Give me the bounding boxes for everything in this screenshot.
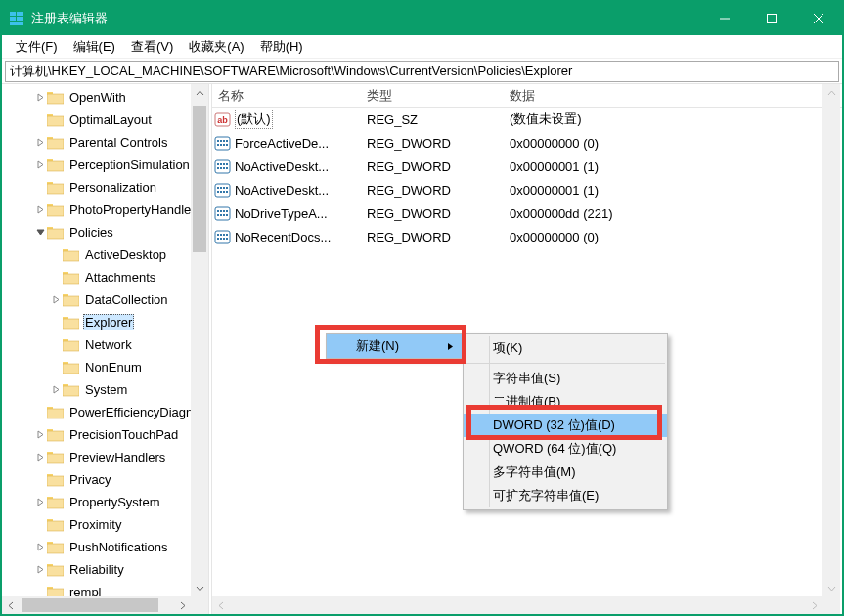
- context-item-string[interactable]: 字符串值(S): [464, 367, 667, 390]
- value-row[interactable]: NoRecentDocs...REG_DWORD0x00000000 (0): [212, 225, 842, 248]
- svg-rect-20: [47, 206, 64, 216]
- tree-node[interactable]: PropertySystem: [2, 491, 208, 513]
- expand-icon[interactable]: [49, 295, 63, 304]
- folder-icon: [47, 428, 64, 442]
- menu-file[interactable]: 文件(F): [8, 36, 66, 58]
- menu-favorites[interactable]: 收藏夹(A): [181, 36, 251, 58]
- expand-icon[interactable]: [49, 385, 63, 394]
- tree-node[interactable]: Parental Controls: [2, 131, 208, 154]
- menu-view[interactable]: 查看(V): [123, 36, 181, 58]
- value-row[interactable]: ForceActiveDe...REG_DWORD0x00000000 (0): [212, 131, 842, 154]
- value-row[interactable]: NoActiveDeskt...REG_DWORD0x00000001 (1): [212, 154, 842, 178]
- minimize-button[interactable]: [701, 2, 748, 35]
- scroll-right-icon[interactable]: [173, 596, 191, 614]
- value-type: REG_DWORD: [361, 183, 504, 198]
- tree-node[interactable]: Network: [2, 333, 208, 356]
- scroll-right-icon[interactable]: [805, 596, 822, 614]
- dword-value-icon: [214, 205, 231, 222]
- context-item-key[interactable]: 项(K): [464, 336, 667, 360]
- list-horizontal-scrollbar[interactable]: [212, 596, 822, 614]
- scroll-thumb[interactable]: [22, 598, 158, 612]
- tree-node-label: Policies: [67, 224, 115, 241]
- expand-icon[interactable]: [33, 453, 47, 462]
- tree-node[interactable]: PreviewHandlers: [2, 446, 208, 468]
- scroll-down-icon[interactable]: [191, 579, 208, 596]
- value-row[interactable]: ab(默认)REG_SZ(数值未设置): [212, 108, 842, 131]
- tree-node[interactable]: PhotoPropertyHandler: [2, 198, 208, 221]
- tree-node[interactable]: PrecisionTouchPad: [2, 423, 208, 446]
- maximize-button[interactable]: [748, 2, 795, 35]
- menu-edit[interactable]: 编辑(E): [66, 36, 123, 58]
- tree-vertical-scrollbar[interactable]: [191, 84, 208, 596]
- expand-icon[interactable]: [33, 543, 47, 551]
- svg-rect-69: [217, 163, 219, 165]
- scroll-up-icon[interactable]: [191, 84, 208, 102]
- scroll-left-icon[interactable]: [212, 596, 230, 614]
- tree-horizontal-scrollbar[interactable]: [2, 596, 191, 614]
- tree-node[interactable]: ActiveDesktop: [2, 243, 208, 266]
- tree-node[interactable]: Privacy: [2, 468, 208, 491]
- scroll-corner: [191, 596, 208, 614]
- scroll-thumb[interactable]: [193, 106, 206, 252]
- list-vertical-scrollbar[interactable]: [822, 84, 840, 596]
- tree-node[interactable]: Proximity: [2, 513, 208, 536]
- tree-node-label: OptimalLayout: [67, 111, 154, 128]
- tree-node[interactable]: PerceptionSimulation: [2, 154, 208, 176]
- value-row[interactable]: NoDriveTypeA...REG_DWORD0x000000dd (221): [212, 201, 842, 225]
- svg-rect-1: [17, 12, 23, 16]
- scroll-left-icon[interactable]: [2, 596, 20, 614]
- context-item-label: QWORD (64 位)值(Q): [493, 440, 616, 458]
- address-bar[interactable]: 计算机\HKEY_LOCAL_MACHINE\SOFTWARE\Microsof…: [5, 61, 839, 82]
- expand-icon[interactable]: [33, 93, 47, 102]
- value-name: NoActiveDeskt...: [235, 159, 329, 174]
- column-header-type[interactable]: 类型: [361, 84, 504, 107]
- context-item-new[interactable]: 新建(N): [327, 334, 462, 358]
- tree-node[interactable]: Explorer: [2, 311, 208, 333]
- expand-icon[interactable]: [33, 138, 47, 147]
- tree-node[interactable]: Personalization: [2, 176, 208, 198]
- expand-icon[interactable]: [33, 430, 47, 439]
- expand-icon[interactable]: [33, 160, 47, 169]
- svg-rect-83: [220, 191, 222, 193]
- tree-node[interactable]: PowerEfficiencyDiagnostic: [2, 401, 208, 423]
- scroll-up-icon[interactable]: [822, 84, 840, 102]
- tree-node[interactable]: PushNotifications: [2, 536, 208, 558]
- tree-node[interactable]: Attachments: [2, 266, 208, 288]
- tree-node[interactable]: DataCollection: [2, 288, 208, 311]
- folder-icon: [47, 226, 64, 240]
- close-button[interactable]: [795, 2, 842, 35]
- tree-node-label: Network: [83, 336, 134, 353]
- svg-rect-81: [226, 187, 228, 189]
- svg-rect-98: [223, 234, 225, 236]
- svg-rect-12: [47, 116, 64, 126]
- tree-node[interactable]: System: [2, 378, 208, 401]
- context-menu-main[interactable]: 新建(N): [326, 333, 463, 359]
- folder-icon: [63, 248, 79, 262]
- context-submenu-new[interactable]: 项(K) 字符串值(S) 二进制值(B) DWORD (32 位)值(D) QW…: [463, 333, 668, 510]
- tree-node[interactable]: OpenWith: [2, 86, 208, 109]
- expand-icon[interactable]: [33, 565, 47, 574]
- key-tree[interactable]: OpenWithOptimalLayoutParental ControlsPe…: [2, 84, 208, 614]
- column-header-name[interactable]: 名称: [212, 84, 361, 107]
- tree-node-label: NonEnum: [83, 359, 144, 375]
- tree-node[interactable]: Reliability: [2, 558, 208, 581]
- svg-rect-18: [47, 184, 64, 194]
- svg-rect-74: [220, 167, 222, 169]
- expand-icon[interactable]: [33, 205, 47, 214]
- context-item-binary[interactable]: 二进制值(B): [464, 390, 667, 414]
- tree-node[interactable]: NonEnum: [2, 356, 208, 378]
- context-item-dword[interactable]: DWORD (32 位)值(D): [464, 414, 667, 437]
- svg-rect-84: [223, 191, 225, 193]
- scroll-down-icon[interactable]: [822, 579, 840, 596]
- tree-node[interactable]: OptimalLayout: [2, 109, 208, 131]
- context-item-qword[interactable]: QWORD (64 位)值(Q): [464, 437, 667, 461]
- collapse-icon[interactable]: [33, 228, 47, 237]
- context-item-expandable-string[interactable]: 可扩充字符串值(E): [464, 484, 667, 507]
- expand-icon[interactable]: [33, 498, 47, 506]
- column-header-data[interactable]: 数据: [504, 84, 842, 107]
- menu-help[interactable]: 帮助(H): [252, 36, 311, 58]
- value-row[interactable]: NoActiveDeskt...REG_DWORD0x00000001 (1): [212, 178, 842, 201]
- tree-node[interactable]: Policies: [2, 221, 208, 243]
- tree-node-label: Personalization: [67, 179, 158, 196]
- context-item-multi-string[interactable]: 多字符串值(M): [464, 461, 667, 484]
